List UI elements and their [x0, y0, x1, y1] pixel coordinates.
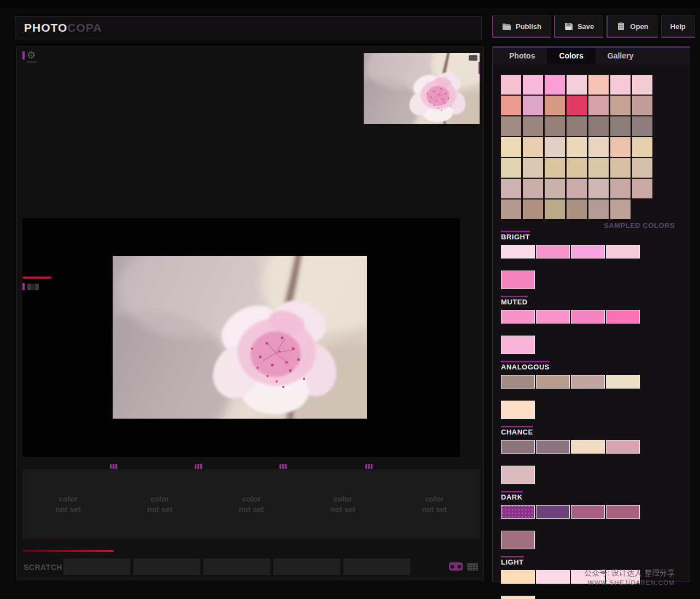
- sampled-color-cell[interactable]: [567, 158, 587, 178]
- sampled-color-cell[interactable]: [632, 158, 652, 178]
- sampled-color-cell[interactable]: [632, 75, 652, 95]
- light-single-swatch[interactable]: [501, 596, 535, 599]
- muted-single-swatch[interactable]: [501, 336, 535, 354]
- palette-swatch[interactable]: [501, 245, 535, 259]
- palette-swatch[interactable]: [571, 245, 605, 259]
- sampled-color-cell[interactable]: [501, 116, 521, 136]
- sampled-color-cell[interactable]: [523, 96, 543, 115]
- publish-button[interactable]: Publish: [492, 15, 551, 38]
- sampled-color-cell[interactable]: [588, 96, 609, 115]
- palette-swatch[interactable]: [606, 440, 640, 454]
- tab-photos[interactable]: Photos: [497, 48, 547, 64]
- sampled-color-cell[interactable]: [610, 96, 631, 115]
- sampled-color-cell[interactable]: [523, 116, 543, 136]
- palette-swatch[interactable]: [536, 245, 570, 259]
- palette-swatch[interactable]: [606, 245, 640, 259]
- sampled-color-cell[interactable]: [610, 158, 631, 178]
- sampled-color-cell[interactable]: [545, 137, 565, 157]
- palette-swatch[interactable]: [606, 375, 640, 389]
- gamepad-icon[interactable]: [449, 562, 463, 571]
- sampled-color-cell[interactable]: [523, 75, 543, 95]
- tab-gallery[interactable]: Gallery: [596, 48, 645, 64]
- sampled-color-cell[interactable]: [588, 158, 609, 178]
- scratch-slot[interactable]: [203, 559, 270, 575]
- help-button[interactable]: Help: [661, 15, 695, 38]
- sampled-color-cell[interactable]: [610, 116, 631, 136]
- scratch-slot[interactable]: [63, 559, 130, 575]
- sampled-color-cell[interactable]: [545, 116, 565, 136]
- sampled-color-cell[interactable]: [632, 96, 652, 115]
- sampled-color-cell[interactable]: [501, 137, 521, 157]
- palette-swatch[interactable]: [536, 375, 570, 389]
- grid-icon[interactable]: [467, 563, 478, 571]
- chance-single-swatch[interactable]: [501, 466, 535, 484]
- sampled-color-cell[interactable]: [632, 179, 652, 198]
- sampled-color-cell[interactable]: [588, 75, 609, 95]
- sampled-color-cell[interactable]: [545, 75, 565, 95]
- palette-marker[interactable]: [365, 464, 374, 469]
- palette-swatch[interactable]: [606, 505, 640, 519]
- color-slot[interactable]: colornot set: [22, 469, 114, 539]
- analogous-single-swatch[interactable]: [501, 401, 535, 419]
- palette-swatch[interactable]: [536, 570, 570, 584]
- tab-colors[interactable]: Colors: [547, 48, 595, 64]
- sampled-color-cell[interactable]: [545, 179, 565, 198]
- sampled-color-cell[interactable]: [567, 75, 587, 95]
- scratch-slot[interactable]: [343, 559, 410, 575]
- palette-swatch[interactable]: [606, 310, 640, 324]
- sampled-color-cell[interactable]: [588, 179, 609, 198]
- photo-canvas[interactable]: [22, 218, 460, 457]
- palette-marker[interactable]: [110, 464, 118, 469]
- sampled-color-cell[interactable]: [545, 158, 565, 178]
- palette-marker[interactable]: [195, 464, 203, 469]
- sampled-color-cell[interactable]: [567, 137, 587, 157]
- save-button[interactable]: Save: [554, 15, 603, 38]
- sampled-color-cell[interactable]: [567, 116, 587, 136]
- sampled-color-cell[interactable]: [610, 179, 631, 198]
- sampled-color-cell[interactable]: [545, 96, 565, 115]
- sampled-color-cell[interactable]: [632, 116, 652, 136]
- sampled-color-cell[interactable]: [523, 137, 543, 157]
- sampled-color-cell[interactable]: [523, 199, 543, 219]
- sampled-color-cell[interactable]: [545, 199, 565, 219]
- pan-tool-button[interactable]: [27, 284, 39, 290]
- palette-swatch[interactable]: [501, 570, 535, 584]
- sampled-color-cell[interactable]: [501, 158, 521, 178]
- color-slot[interactable]: colornot set: [389, 469, 480, 539]
- palette-swatch[interactable]: [571, 310, 605, 324]
- palette-swatch[interactable]: [536, 310, 570, 324]
- palette-swatch[interactable]: [536, 505, 570, 519]
- sampled-color-cell[interactable]: [632, 137, 652, 157]
- sampled-color-cell[interactable]: [567, 96, 587, 115]
- sampled-color-cell[interactable]: [523, 158, 543, 178]
- palette-swatch[interactable]: [536, 440, 570, 454]
- sampled-color-cell[interactable]: [588, 116, 609, 136]
- thumbnail-collapse-icon[interactable]: [469, 55, 477, 61]
- sampled-color-cell[interactable]: [588, 199, 609, 219]
- sampled-color-cell[interactable]: [501, 199, 521, 219]
- palette-swatch[interactable]: [571, 375, 605, 389]
- sampled-color-cell[interactable]: [501, 96, 521, 115]
- sampled-color-cell[interactable]: [610, 137, 631, 157]
- sampled-color-cell[interactable]: [501, 179, 521, 198]
- zoom-slider[interactable]: [22, 277, 51, 279]
- open-button[interactable]: Open: [606, 15, 657, 38]
- sampled-color-cell[interactable]: [588, 137, 609, 157]
- palette-swatch[interactable]: [501, 310, 535, 324]
- palette-swatch[interactable]: [501, 505, 535, 519]
- color-slot[interactable]: colornot set: [206, 469, 297, 539]
- sampled-color-cell[interactable]: [567, 179, 587, 198]
- palette-marker[interactable]: [279, 464, 288, 469]
- sampled-color-cell[interactable]: [523, 179, 543, 198]
- palette-swatch[interactable]: [571, 505, 605, 519]
- color-slot[interactable]: colornot set: [297, 469, 388, 539]
- scratch-slot[interactable]: [133, 559, 200, 575]
- sampled-color-cell[interactable]: [610, 75, 631, 95]
- palette-swatch[interactable]: [501, 375, 535, 389]
- palette-swatch[interactable]: [501, 440, 535, 454]
- sampled-color-cell[interactable]: [567, 199, 587, 219]
- sampled-color-cell[interactable]: [501, 75, 521, 95]
- scratch-slot[interactable]: [273, 559, 340, 575]
- main-photo[interactable]: [113, 256, 367, 419]
- photo-thumbnail[interactable]: [363, 52, 480, 125]
